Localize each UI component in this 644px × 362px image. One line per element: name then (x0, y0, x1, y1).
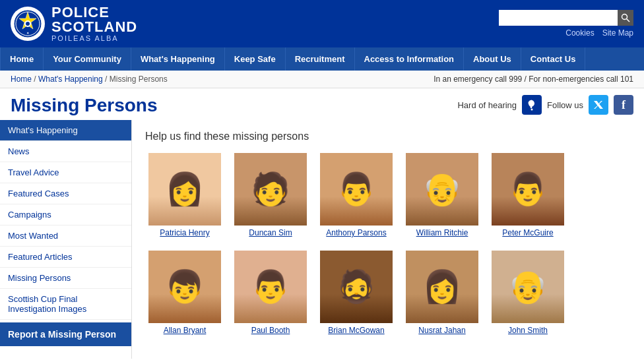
social-bar: Hard of hearing Follow us f (457, 95, 633, 115)
nav-access-info[interactable]: Access to Information (355, 47, 465, 71)
person-photo-anthony: 👨 (320, 153, 393, 226)
breadcrumb-whats-happening[interactable]: What's Happening (38, 75, 103, 84)
sidebar-item-most-wanted[interactable]: Most Wanted (0, 226, 131, 247)
svg-point-8 (531, 109, 533, 111)
person-name-brian[interactable]: Brian McGowan (317, 326, 396, 335)
nav-home[interactable]: Home (0, 47, 44, 71)
cookies-link[interactable]: Cookies (565, 28, 594, 38)
facebook-icon[interactable]: f (614, 95, 633, 115)
person-name-paul[interactable]: Paul Booth (231, 326, 310, 335)
twitter-icon[interactable] (589, 95, 608, 115)
search-button[interactable] (618, 10, 633, 26)
hard-of-hearing-label: Hard of hearing (457, 100, 517, 110)
person-photo-peter: 👨 (492, 153, 564, 226)
report-missing-button[interactable]: Report a Missing Person (0, 322, 131, 346)
person-name-nusrat[interactable]: Nusrat Jahan (402, 326, 482, 335)
breadcrumb-home[interactable]: Home (11, 75, 32, 84)
nav-about-us[interactable]: About Us (464, 47, 521, 71)
breadcrumb-current: Missing Persons (110, 75, 168, 84)
person-card: 👩 Patricia Henry (145, 153, 224, 237)
logo-police: POLICE (51, 5, 137, 20)
svg-point-4 (26, 22, 30, 26)
person-card: 👩 Nusrat Jahan (402, 251, 482, 335)
logo-text: POLICE SCOTLAND POILEAS ALBA (51, 5, 137, 42)
persons-row-2: 👦 Allan Bryant 👨 Paul Booth 🧔 Brian McGo… (145, 251, 631, 335)
person-name-patricia[interactable]: Patricia Henry (145, 228, 224, 237)
person-card: 🧔 Brian McGowan (317, 251, 396, 335)
main-content: What's Happening News Travel Advice Feat… (0, 120, 644, 359)
person-card: 👨 Peter McGuire (488, 153, 567, 237)
person-name-john[interactable]: John Smith (488, 326, 567, 335)
person-photo-william: 👴 (406, 153, 478, 226)
logo-gaelic: POILEAS ALBA (51, 34, 137, 42)
logo-scotland: SCOTLAND (51, 20, 137, 34)
nav-contact-us[interactable]: Contact Us (521, 47, 586, 71)
content-subtitle: Help us find these missing persons (145, 131, 631, 142)
hearing-icon[interactable] (522, 95, 542, 115)
nav-whats-happening[interactable]: What's Happening (131, 47, 225, 71)
sidebar-item-featured-articles[interactable]: Featured Articles (0, 247, 131, 268)
page-title: Missing Persons (11, 95, 158, 116)
nav-keep-safe[interactable]: Keep Safe (225, 47, 286, 71)
header-links: Cookies Site Map (565, 28, 633, 38)
person-name-allan[interactable]: Allan Bryant (145, 326, 224, 335)
person-photo-allan: 👦 (148, 251, 221, 323)
sidebar-item-campaigns[interactable]: Campaigns (0, 204, 131, 226)
main-nav: Home Your Community What's Happening Kee… (0, 47, 644, 71)
search-input[interactable] (499, 10, 618, 26)
sidebar: What's Happening News Travel Advice Feat… (0, 120, 132, 359)
search-bar (499, 10, 633, 26)
svg-point-6 (622, 15, 628, 20)
person-name-anthony[interactable]: Anthony Parsons (317, 228, 396, 237)
sidebar-item-scottish-cup[interactable]: Scottish Cup Final Investigation Images (0, 289, 131, 320)
person-photo-john: 👴 (492, 251, 564, 323)
person-photo-patricia: 👩 (148, 153, 221, 226)
sidebar-item-missing-persons[interactable]: Missing Persons (0, 268, 131, 289)
breadcrumb-bar: Home / What's Happening / Missing Person… (0, 71, 644, 88)
sidebar-item-travel-advice[interactable]: Travel Advice (0, 162, 131, 183)
sidebar-item-featured-cases[interactable]: Featured Cases (0, 183, 131, 204)
content-area: Help us find these missing persons 👩 Pat… (132, 120, 644, 359)
emergency-text: In an emergency call 999 / For non-emerg… (434, 75, 633, 84)
person-photo-brian: 🧔 (320, 251, 393, 323)
person-card: 👴 John Smith (488, 251, 567, 335)
person-card: 👨 Paul Booth (231, 251, 310, 335)
person-name-peter[interactable]: Peter McGuire (488, 228, 567, 237)
nav-recruitment[interactable]: Recruitment (286, 47, 355, 71)
follow-us-label: Follow us (547, 100, 583, 110)
sitemap-link[interactable]: Site Map (602, 28, 633, 38)
person-photo-duncan: 🧑 (234, 153, 307, 226)
person-card: 👨 Anthony Parsons (317, 153, 396, 237)
persons-row-1: 👩 Patricia Henry 🧑 Duncan Sim 👨 Anthony … (145, 153, 631, 237)
person-card: 🧑 Duncan Sim (231, 153, 310, 237)
site-header: ✦ POLICE SCOTLAND POILEAS ALBA Cookies S… (0, 0, 644, 47)
person-photo-paul: 👨 (234, 251, 307, 323)
person-name-duncan[interactable]: Duncan Sim (231, 228, 310, 237)
logo-area: ✦ POLICE SCOTLAND POILEAS ALBA (11, 5, 137, 42)
person-card: 👴 William Ritchie (402, 153, 482, 237)
page-header: Missing Persons Hard of hearing Follow u… (0, 88, 644, 120)
person-name-william[interactable]: William Ritchie (402, 228, 482, 237)
police-emblem: ✦ (11, 7, 45, 41)
header-right: Cookies Site Map (499, 10, 633, 38)
nav-your-community[interactable]: Your Community (44, 47, 131, 71)
sidebar-item-whats-happening[interactable]: What's Happening (0, 120, 131, 141)
sidebar-item-news[interactable]: News (0, 141, 131, 162)
person-card: 👦 Allan Bryant (145, 251, 224, 335)
svg-line-7 (627, 19, 630, 22)
breadcrumb: Home / What's Happening / Missing Person… (11, 75, 168, 84)
person-photo-nusrat: 👩 (406, 251, 478, 323)
